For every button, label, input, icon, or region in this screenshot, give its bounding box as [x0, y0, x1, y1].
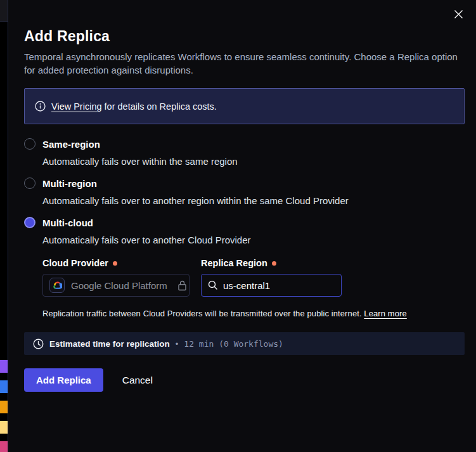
radio-multi-region[interactable] — [24, 178, 35, 189]
learn-more-link[interactable]: Learn more — [364, 309, 406, 318]
lock-icon — [177, 280, 187, 291]
option-description: Automatically fails over to another Clou… — [42, 235, 463, 245]
option-label: Same-region — [42, 139, 100, 150]
cloud-provider-select[interactable]: Google Cloud Platform — [42, 274, 190, 297]
view-pricing-link[interactable]: View Pricing — [51, 101, 102, 112]
clock-icon — [33, 339, 44, 349]
option-multi-region[interactable]: Multi-region Automatically fails over to… — [24, 178, 463, 206]
add-replica-button[interactable]: Add Replica — [24, 368, 103, 392]
modal-description: Temporal asynchronously replicates Workf… — [24, 50, 463, 77]
required-dot — [272, 261, 276, 266]
cancel-button[interactable]: Cancel — [122, 375, 153, 386]
estimate-value: 12 min (0 Workflows) — [184, 339, 283, 349]
required-dot — [113, 261, 117, 266]
option-label: Multi-region — [42, 178, 97, 189]
color-stripe — [0, 401, 8, 413]
replica-option-group: Same-region Automatically fails over wit… — [24, 138, 463, 318]
replica-region-label: Replica Region — [201, 258, 276, 268]
color-stripe — [0, 421, 8, 434]
estimate-label: Estimated time for replication — [49, 339, 170, 349]
replica-region-field[interactable] — [201, 274, 342, 297]
google-cloud-icon — [53, 281, 62, 289]
option-same-region[interactable]: Same-region Automatically fails over wit… — [24, 138, 463, 167]
pricing-banner-text: View Pricing for details on Replica cost… — [51, 101, 217, 112]
close-button[interactable] — [449, 5, 467, 23]
gcp-logo-chip — [49, 278, 65, 293]
add-replica-modal: Add Replica Temporal asynchronously repl… — [8, 0, 476, 452]
option-multi-cloud[interactable]: Multi-cloud Automatically fails over to … — [24, 217, 463, 318]
replica-region-input[interactable] — [223, 280, 325, 291]
color-stripe — [0, 360, 8, 373]
info-icon — [35, 101, 46, 112]
color-stripe — [0, 441, 8, 452]
option-label: Multi-cloud — [42, 217, 93, 228]
cloud-provider-value: Google Cloud Platform — [71, 280, 167, 291]
search-icon — [208, 280, 218, 290]
color-stripe — [0, 380, 8, 393]
page-title: Add Replica — [24, 28, 463, 45]
modal-footer: Add Replica Cancel — [24, 368, 463, 392]
background-nav-tile — [0, 0, 8, 22]
traffic-note: Replication traffic between Cloud Provid… — [42, 309, 463, 318]
close-icon — [454, 10, 463, 19]
radio-multi-cloud[interactable] — [24, 217, 35, 228]
estimate-banner: Estimated time for replication • 12 min … — [24, 332, 465, 355]
background-page-edge — [0, 0, 8, 452]
radio-same-region[interactable] — [24, 138, 35, 150]
option-description: Automatically fails over to another regi… — [42, 195, 463, 206]
pricing-info-banner: View Pricing for details on Replica cost… — [24, 88, 465, 124]
option-description: Automatically fails over within the same… — [42, 156, 463, 167]
multi-cloud-subform: Cloud Provider Replica Region — [42, 258, 463, 318]
estimate-separator: • — [176, 339, 179, 349]
cloud-provider-label: Cloud Provider — [42, 258, 201, 268]
